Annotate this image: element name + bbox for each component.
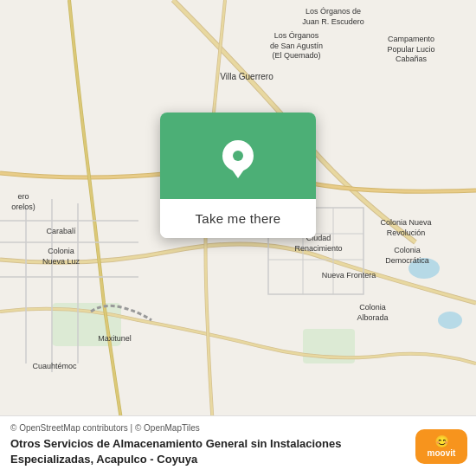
popup-triangle	[228, 237, 248, 238]
map-roads	[0, 0, 476, 476]
moovit-badge[interactable]: 😊 moovit	[415, 429, 467, 464]
popup-map-area	[160, 113, 316, 199]
place-title: Otros Servicios de Almacenamiento Genera…	[10, 436, 466, 467]
take-me-there-button[interactable]: Take me there	[160, 199, 316, 238]
pin-inner	[233, 151, 243, 161]
bottom-bar: © OpenStreetMap contributors | © OpenMap…	[0, 415, 476, 476]
moovit-face-icon: 😊	[434, 435, 449, 447]
moovit-text: moovit	[428, 449, 456, 458]
location-pin	[222, 140, 254, 171]
svg-point-1	[438, 312, 462, 329]
attribution: © OpenStreetMap contributors | © OpenMap…	[10, 423, 466, 433]
map-container: Los Órganos deJuan R. Escudero Los Órgan…	[0, 0, 476, 476]
popup-card: Take me there	[160, 113, 316, 238]
svg-point-0	[408, 258, 440, 279]
